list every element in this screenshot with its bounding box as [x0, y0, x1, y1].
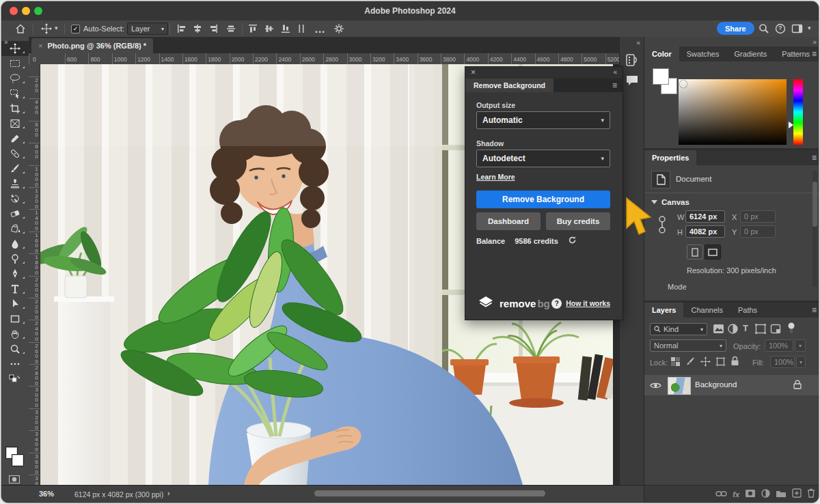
filter-adjustment-layers-icon[interactable]	[728, 324, 738, 337]
expand-panels-icon[interactable]: «	[620, 37, 644, 46]
panel-menu-icon[interactable]: ≡	[812, 49, 817, 59]
home-icon[interactable]	[15, 23, 26, 37]
filter-smart-objects-icon[interactable]	[770, 324, 781, 337]
y-input[interactable]: 0 px	[740, 225, 776, 238]
refresh-icon[interactable]	[568, 236, 577, 246]
zoom-level[interactable]: 36%	[39, 490, 54, 498]
close-panel-icon[interactable]: ×	[471, 68, 476, 77]
lock-all-icon[interactable]	[730, 356, 739, 369]
filter-pixel-layers-icon[interactable]	[713, 324, 724, 337]
chevron-down-icon[interactable]: ▾	[55, 25, 58, 31]
align-left-icon[interactable]	[176, 24, 186, 36]
blur-tool[interactable]	[1, 236, 29, 251]
new-layer-icon[interactable]	[792, 488, 802, 501]
layer-filter-select[interactable]: Kind ▾	[650, 323, 707, 335]
filter-type-layers-icon[interactable]: T	[743, 323, 748, 333]
layers-panel-tab[interactable]: Layers	[644, 303, 683, 318]
color-panel-tab[interactable]: Patterns	[774, 46, 817, 61]
rectangle-tool[interactable]	[1, 311, 29, 326]
move-tool-options-icon[interactable]	[41, 23, 52, 37]
collapse-panel-icon[interactable]: «	[613, 68, 617, 76]
delete-layer-icon[interactable]	[807, 488, 815, 501]
hue-slider[interactable]	[793, 79, 803, 145]
path-selection-tool[interactable]	[1, 296, 29, 311]
background-color-swatch[interactable]	[12, 454, 24, 466]
new-group-icon[interactable]	[776, 488, 787, 501]
lasso-tool[interactable]	[1, 71, 29, 86]
align-right-icon[interactable]	[209, 24, 219, 36]
lock-artboard-icon[interactable]	[715, 356, 726, 369]
color-gradient-field[interactable]	[679, 79, 787, 145]
panel-menu-icon[interactable]: ≡	[812, 305, 817, 315]
layers-panel-tab[interactable]: Channels	[683, 303, 730, 318]
type-tool[interactable]	[1, 281, 29, 296]
width-input[interactable]: 6124 px	[685, 210, 725, 223]
canvas-section-header[interactable]: Canvas	[651, 198, 689, 206]
toolbar-collapse-icon[interactable]: »	[4, 38, 8, 46]
dodge-tool[interactable]	[1, 251, 29, 266]
color-picker-marker[interactable]	[680, 81, 687, 87]
auto-select-checkbox[interactable]: ✓	[71, 25, 80, 33]
status-chevron-icon[interactable]: ›	[167, 489, 170, 497]
clone-stamp-tool[interactable]	[1, 176, 29, 191]
object-selection-tool[interactable]	[1, 86, 29, 101]
horizontal-scrollbar-thumb[interactable]	[314, 490, 545, 496]
more-options-icon[interactable]: …	[314, 23, 325, 36]
link-dimensions-icon[interactable]	[658, 214, 666, 238]
color-panel-tab[interactable]: Gradients	[726, 46, 774, 61]
distribute-horizontal-icon[interactable]	[297, 24, 306, 36]
eraser-tool[interactable]	[1, 206, 29, 221]
crop-tool[interactable]	[1, 101, 29, 116]
opacity-chevron[interactable]: ▾	[795, 339, 806, 352]
search-icon[interactable]	[758, 23, 769, 37]
align-top-icon[interactable]	[247, 24, 257, 36]
x-input[interactable]: 0 px	[740, 210, 776, 223]
fill-input[interactable]: 100%	[770, 356, 795, 368]
remove-background-button[interactable]: Remove Background	[476, 191, 610, 208]
how-it-works-link[interactable]: How it works	[566, 299, 610, 307]
portrait-orientation-button[interactable]	[687, 244, 703, 260]
question-icon[interactable]: ?	[551, 298, 562, 309]
layer-effects-icon[interactable]: fx	[733, 490, 739, 499]
panel-menu-icon[interactable]: ≡	[612, 81, 617, 90]
color-panel-tab[interactable]: Color	[644, 46, 679, 61]
layer-row-background[interactable]: Background	[644, 375, 819, 395]
lock-transparency-icon[interactable]	[670, 356, 681, 369]
frame-tool[interactable]	[1, 116, 29, 131]
document-tab[interactable]: × Photo.png @ 36% (RGB/8) *	[31, 38, 153, 53]
blend-mode-select[interactable]: Normal ▾	[650, 339, 726, 352]
buy-credits-button[interactable]: Buy credits	[546, 212, 610, 230]
shadow-select[interactable]: Autodetect ▾	[476, 150, 610, 167]
collapse-dock-icon[interactable]: »	[812, 38, 817, 46]
fill-chevron[interactable]: ▾	[796, 356, 806, 368]
align-center-horizontal-icon[interactable]	[193, 24, 202, 36]
link-layers-icon[interactable]	[715, 488, 727, 501]
default-colors-icon[interactable]	[1, 372, 29, 387]
close-tab-icon[interactable]: ×	[38, 42, 42, 50]
adjustment-layer-icon[interactable]	[761, 488, 770, 501]
layer-thumbnail[interactable]	[668, 377, 691, 395]
opacity-input[interactable]: 100%	[765, 339, 793, 352]
comments-icon[interactable]	[620, 74, 644, 86]
properties-scrollbar-thumb[interactable]	[812, 182, 817, 227]
add-mask-icon[interactable]	[745, 488, 756, 501]
document-icon[interactable]	[651, 171, 670, 188]
color-panel-tab[interactable]: Swatches	[679, 46, 727, 61]
learn-more-link[interactable]: Learn More	[476, 173, 515, 181]
align-middle-icon[interactable]	[264, 24, 273, 36]
height-input[interactable]: 4082 px	[685, 225, 725, 238]
share-button[interactable]: Share	[717, 22, 754, 35]
zoom-tool[interactable]	[1, 341, 29, 356]
filter-toggle[interactable]	[787, 322, 796, 337]
plugin-tab[interactable]: Remove Background	[465, 79, 554, 92]
output-size-select[interactable]: Automatic ▾	[476, 111, 610, 129]
history-brush-tool[interactable]	[1, 191, 29, 206]
extension-panel-icon[interactable]	[620, 53, 644, 67]
paint-bucket-tool[interactable]	[1, 221, 29, 236]
align-center-vertical-icon[interactable]	[226, 24, 235, 36]
eyedropper-tool[interactable]	[1, 131, 29, 146]
visibility-eye-icon[interactable]	[650, 380, 661, 393]
pen-tool[interactable]	[1, 266, 29, 281]
filter-shape-layers-icon[interactable]	[755, 324, 766, 337]
align-bottom-icon[interactable]	[280, 24, 290, 36]
